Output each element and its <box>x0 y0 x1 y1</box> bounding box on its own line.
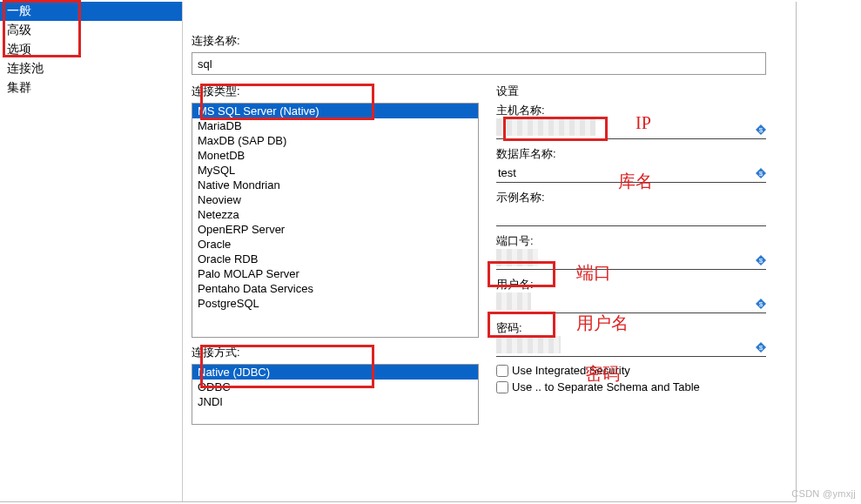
sidebar: 一般 高级 选项 连接池 集群 <box>0 2 183 501</box>
dialog-window: 一般 高级 选项 连接池 集群 连接名称: 连接类型: MS SQL Serve… <box>0 2 797 502</box>
sidebar-item-pool[interactable]: 连接池 <box>0 59 182 78</box>
password-group: 密码: $ <box>496 320 775 357</box>
sidebar-item-general[interactable]: 一般 <box>0 2 182 21</box>
port-label: 端口号: <box>496 233 775 249</box>
left-column: 连接类型: MS SQL Server (Native) MariaDB Max… <box>192 84 479 425</box>
svg-text:$: $ <box>759 170 763 178</box>
conn-type-maxdb[interactable]: MaxDB (SAP DB) <box>192 133 478 148</box>
cb-separate-schema[interactable]: Use .. to Separate Schema and Table <box>496 380 775 393</box>
conn-type-openerp[interactable]: OpenERP Server <box>192 222 478 237</box>
conn-method-odbc[interactable]: ODBC <box>192 380 478 394</box>
sidebar-item-cluster[interactable]: 集群 <box>0 78 182 97</box>
conn-type-mysql[interactable]: MySQL <box>192 163 478 178</box>
conn-type-mariadb[interactable]: MariaDB <box>192 118 478 133</box>
instance-label: 示例名称: <box>496 190 775 205</box>
svg-text:$: $ <box>759 257 763 265</box>
conn-method-native[interactable]: Native (JDBC) <box>192 365 478 380</box>
conn-type-postgresql[interactable]: PostgreSQL <box>192 296 478 311</box>
conn-type-mondrian[interactable]: Native Mondrian <box>192 178 478 192</box>
connection-name-input[interactable] <box>192 52 766 75</box>
connection-method-listbox[interactable]: Native (JDBC) ODBC JNDI <box>192 364 479 425</box>
host-label: 主机名称: <box>496 103 775 118</box>
cb-integrated-security[interactable]: Use Integrated Security <box>496 364 775 377</box>
svg-text:$: $ <box>759 300 763 308</box>
connection-method-label: 连接方式: <box>192 345 479 360</box>
variable-icon[interactable]: $ <box>756 299 766 309</box>
watermark: CSDN @ymxjj <box>791 488 856 499</box>
variable-icon[interactable]: $ <box>756 168 766 178</box>
cb-integrated-security-box[interactable] <box>496 365 508 377</box>
cb-integrated-security-label: Use Integrated Security <box>512 364 630 377</box>
right-column: 设置 主机名称: $ 数据库名称: $ <box>496 84 775 425</box>
user-group: 用户名: $ <box>496 277 775 313</box>
conn-type-neoview[interactable]: Neoview <box>192 192 478 207</box>
connection-name-label: 连接名称: <box>192 33 787 49</box>
conn-type-oracle[interactable]: Oracle <box>192 237 478 252</box>
sidebar-item-options[interactable]: 选项 <box>0 40 182 59</box>
svg-text:$: $ <box>759 126 763 134</box>
conn-type-netezza[interactable]: Netezza <box>192 207 478 222</box>
variable-icon[interactable]: $ <box>756 255 766 265</box>
connection-type-listbox[interactable]: MS SQL Server (Native) MariaDB MaxDB (SA… <box>192 103 479 338</box>
db-group: 数据库名称: $ <box>496 146 775 183</box>
sidebar-item-advanced[interactable]: 高级 <box>0 21 182 40</box>
db-input[interactable] <box>496 166 752 179</box>
conn-type-pentaho[interactable]: Pentaho Data Services <box>192 281 478 296</box>
password-label: 密码: <box>496 320 775 336</box>
cb-separate-schema-label: Use .. to Separate Schema and Table <box>512 380 700 393</box>
db-label: 数据库名称: <box>496 146 775 162</box>
conn-method-jndi[interactable]: JNDI <box>192 394 478 409</box>
user-input[interactable] <box>496 297 752 310</box>
variable-icon[interactable]: $ <box>756 124 766 135</box>
settings-title: 设置 <box>496 84 775 99</box>
variable-icon[interactable]: $ <box>756 342 766 353</box>
conn-type-mssql[interactable]: MS SQL Server (Native) <box>192 104 478 118</box>
instance-group: 示例名称: <box>496 190 775 226</box>
user-label: 用户名: <box>496 277 775 292</box>
svg-text:$: $ <box>759 344 763 352</box>
connection-type-label: 连接类型: <box>192 84 479 99</box>
conn-type-monetdb[interactable]: MonetDB <box>192 148 478 163</box>
main-panel: 连接名称: 连接类型: MS SQL Server (Native) Maria… <box>183 2 796 501</box>
connection-name-group: 连接名称: <box>192 33 787 75</box>
conn-type-oraclerdb[interactable]: Oracle RDB <box>192 252 478 266</box>
cb-separate-schema-box[interactable] <box>496 381 508 393</box>
instance-input[interactable] <box>496 210 766 223</box>
conn-type-palo[interactable]: Palo MOLAP Server <box>192 266 478 281</box>
port-group: 端口号: $ <box>496 233 775 270</box>
host-group: 主机名称: $ <box>496 103 775 139</box>
